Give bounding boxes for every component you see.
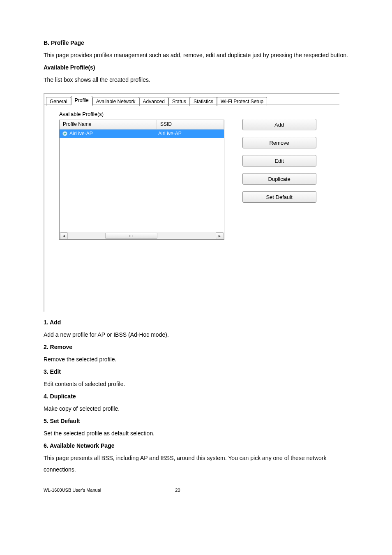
profile-dialog: General Profile Available Network Advanc… (44, 93, 339, 312)
profile-name-cell: AirLive-AP (69, 131, 93, 136)
profile-ssid-cell: AirLive-AP (156, 131, 224, 136)
heading-set-default: 5. Set Default (44, 415, 348, 427)
heading-available-network-page: 6. Available Network Page (44, 440, 348, 451)
heading-profile-page: B. Profile Page (44, 37, 348, 49)
paragraph-duplicate: Make copy of selected profile. (44, 403, 348, 414)
scroll-track[interactable]: III (68, 233, 215, 239)
paragraph-available-network-page: This page presents all BSS, including AP… (44, 452, 348, 475)
add-button[interactable]: Add (242, 119, 316, 130)
horizontal-scrollbar[interactable]: ◄ III ► (60, 232, 224, 239)
duplicate-button[interactable]: Duplicate (242, 173, 316, 185)
edit-button[interactable]: Edit (242, 155, 316, 166)
scroll-thumb[interactable]: III (105, 233, 157, 239)
heading-add: 1. Add (44, 317, 348, 328)
column-profile-name[interactable]: Profile Name (60, 120, 157, 129)
paragraph-profile-page: This page provides profiles management s… (44, 49, 348, 61)
available-profiles-label: Available Profile(s) (59, 111, 332, 117)
paragraph-edit: Edit contents of selected profile. (44, 378, 348, 390)
paragraph-available-profiles: The list box shows all the created profi… (44, 74, 348, 86)
wifi-icon (62, 131, 68, 136)
paragraph-remove: Remove the selected profile. (44, 354, 348, 365)
remove-button[interactable]: Remove (242, 137, 316, 148)
column-ssid[interactable]: SSID (157, 120, 224, 129)
paragraph-set-default: Set the selected profile as default sele… (44, 428, 348, 439)
footer-page-number: 20 (175, 488, 180, 493)
paragraph-add: Add a new profile for AP or IBSS (Ad-Hoc… (44, 329, 348, 340)
tab-profile[interactable]: Profile (71, 96, 92, 105)
heading-available-profiles: Available Profile(s) (44, 62, 348, 73)
list-item[interactable]: AirLive-AP AirLive-AP (60, 130, 224, 138)
heading-duplicate: 4. Duplicate (44, 391, 348, 402)
heading-remove: 2. Remove (44, 341, 348, 353)
set-default-button[interactable]: Set Default (242, 191, 316, 203)
svg-point-0 (62, 131, 67, 136)
heading-edit: 3. Edit (44, 366, 348, 377)
footer-manual-name: WL-1600USB User's Manual (44, 488, 101, 493)
scroll-right-icon[interactable]: ► (216, 232, 224, 239)
profile-listbox[interactable]: Profile Name SSID AirLive-AP AirLive-AP (59, 120, 224, 240)
scroll-left-icon[interactable]: ◄ (60, 232, 68, 239)
list-header: Profile Name SSID (60, 120, 224, 130)
svg-point-1 (65, 134, 65, 135)
